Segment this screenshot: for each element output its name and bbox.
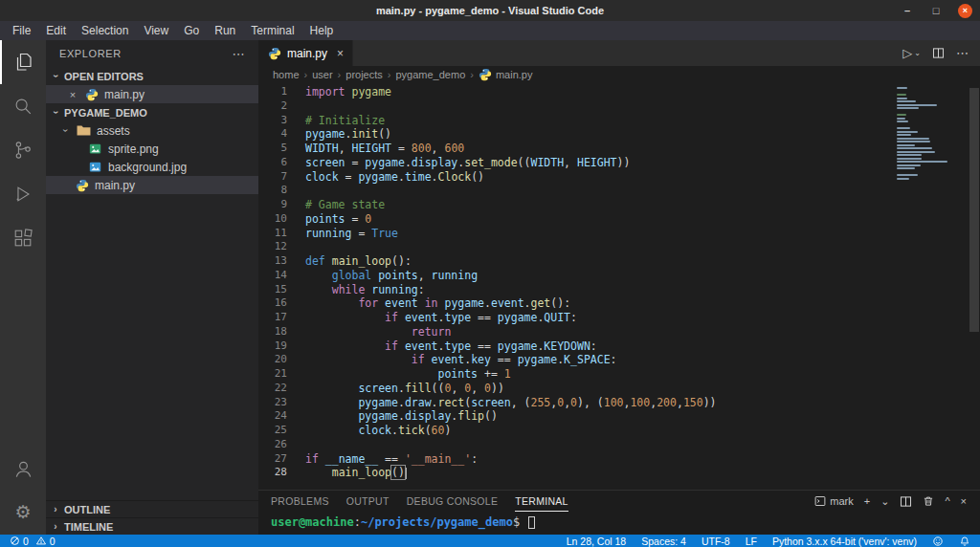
maximize-button[interactable]: □ <box>929 5 943 16</box>
line-number[interactable]: 5 <box>258 142 287 156</box>
tree-item-background.jpg[interactable]: background.jpg <box>46 158 258 176</box>
minimize-button[interactable]: – <box>901 5 914 16</box>
terminal-dropdown-chevron-icon[interactable]: ⌄ <box>880 495 889 508</box>
panel-tab-terminal[interactable]: TERMINAL <box>515 491 568 512</box>
status-item[interactable]: LF <box>746 536 757 547</box>
code-line[interactable]: 26 <box>258 438 980 452</box>
status-item[interactable]: UTF-8 <box>702 536 730 547</box>
code-line[interactable]: 16 for event in pygame.event.get(): <box>258 296 980 311</box>
line-number[interactable]: 8 <box>258 184 287 198</box>
code-line[interactable]: 12 <box>258 240 980 254</box>
line-number[interactable]: 26 <box>258 438 287 452</box>
kill-terminal-button[interactable] <box>923 495 934 507</box>
code-line[interactable]: 14 global points, running <box>258 269 980 283</box>
code-line[interactable]: 11running = True <box>258 227 980 241</box>
line-number[interactable]: 20 <box>258 353 287 367</box>
run-button[interactable]: ▷ ⌄ <box>902 46 921 60</box>
status-item[interactable]: Python 3.x.x 64-bit ('venv': venv) <box>772 536 917 547</box>
problems-indicator[interactable]: 0 0 <box>10 536 56 547</box>
panel-tab-debug-console[interactable]: DEBUG CONSOLE <box>407 491 499 512</box>
code-line[interactable]: 1import pygame <box>258 85 980 99</box>
breadcrumb-item-projects[interactable]: projects <box>345 69 383 80</box>
tab-close-icon[interactable]: × <box>337 47 344 60</box>
line-number[interactable]: 9 <box>258 198 287 212</box>
breadcrumb-item-user[interactable]: user <box>312 69 332 80</box>
settings-icon[interactable]: ⚙ <box>0 491 46 535</box>
status-item[interactable]: Spaces: 4 <box>641 536 686 547</box>
line-number[interactable]: 11 <box>258 227 287 241</box>
line-number[interactable]: 6 <box>258 156 287 170</box>
account-icon[interactable] <box>0 447 46 491</box>
close-icon[interactable]: × <box>67 89 78 100</box>
line-number[interactable]: 14 <box>258 269 287 283</box>
open-editors-section[interactable]: › OPEN EDITORS <box>46 67 258 85</box>
tree-item-sprite.png[interactable]: sprite.png <box>46 140 258 158</box>
editor-more-actions-button[interactable]: ⋯ <box>956 46 969 60</box>
terminal[interactable]: user@machine:~/projects/pygame_demo$ <box>258 512 980 529</box>
project-section[interactable]: › PYGAME_DEMO <box>46 103 258 121</box>
code-line[interactable]: 9# Game state <box>258 198 980 212</box>
breadcrumb-item-pygame_demo[interactable]: pygame_demo <box>395 69 465 80</box>
line-number[interactable]: 15 <box>258 283 287 297</box>
breadcrumb-item-main.py[interactable]: main.py <box>479 68 533 81</box>
code-line[interactable]: 25 clock.tick(60) <box>258 424 980 438</box>
panel-tab-problems[interactable]: PROBLEMS <box>271 491 329 512</box>
code-line[interactable]: 28 main_loop() <box>258 466 980 480</box>
new-terminal-button[interactable]: + <box>864 495 870 507</box>
code-line[interactable]: 2 <box>258 99 980 114</box>
menu-item-view[interactable]: View <box>136 21 176 40</box>
run-debug-icon[interactable] <box>0 172 46 216</box>
editor-scrollbar[interactable] <box>969 88 979 332</box>
notifications-bell-icon[interactable] <box>959 536 970 547</box>
line-number[interactable]: 13 <box>258 254 287 269</box>
line-number[interactable]: 24 <box>258 409 287 424</box>
code-line[interactable]: 17 if event.type == pygame.QUIT: <box>258 311 980 325</box>
code-line[interactable]: 5WIDTH, HEIGHT = 800, 600 <box>258 142 980 156</box>
line-number[interactable]: 4 <box>258 127 287 142</box>
feedback-smiley-icon[interactable] <box>932 536 944 547</box>
code-line[interactable]: 10points = 0 <box>258 212 980 227</box>
line-number[interactable]: 18 <box>258 325 287 339</box>
close-panel-button[interactable]: × <box>961 495 967 507</box>
explorer-icon[interactable] <box>0 40 46 84</box>
tree-item-main.py[interactable]: main.py <box>46 176 258 194</box>
extensions-icon[interactable] <box>0 216 46 260</box>
maximize-panel-chevron-icon[interactable]: ^ <box>945 495 949 507</box>
code-editor[interactable]: 1import pygame23# Initialize4pygame.init… <box>258 83 980 490</box>
source-control-icon[interactable] <box>0 128 46 172</box>
tab-main-py[interactable]: main.py × <box>258 40 353 66</box>
code-line[interactable]: 7clock = pygame.time.Clock() <box>258 170 980 185</box>
code-line[interactable]: 4pygame.init() <box>258 127 980 142</box>
tree-item-assets[interactable]: ›assets <box>46 121 258 140</box>
minimap[interactable] <box>897 87 966 181</box>
line-number[interactable]: 3 <box>258 114 287 128</box>
line-number[interactable]: 1 <box>258 85 287 99</box>
line-number[interactable]: 21 <box>258 367 287 382</box>
menu-item-go[interactable]: Go <box>176 21 207 40</box>
code-line[interactable]: 20 if event.key == pygame.K_SPACE: <box>258 353 980 367</box>
menu-item-file[interactable]: File <box>5 21 38 40</box>
menu-item-terminal[interactable]: Terminal <box>243 21 301 40</box>
code-line[interactable]: 8 <box>258 184 980 198</box>
code-line[interactable]: 24 pygame.display.flip() <box>258 409 980 424</box>
line-number[interactable]: 27 <box>258 452 287 467</box>
search-icon[interactable] <box>0 84 46 128</box>
line-number[interactable]: 22 <box>258 382 287 396</box>
panel-tab-output[interactable]: OUTPUT <box>346 491 390 512</box>
section-timeline[interactable]: ›TIMELINE <box>46 517 258 535</box>
code-line[interactable]: 27if __name__ == '__main__': <box>258 452 980 467</box>
code-line[interactable]: 6screen = pygame.display.set_mode((WIDTH… <box>258 156 980 170</box>
open-editor-main.py[interactable]: ×main.py <box>46 85 258 103</box>
line-number[interactable]: 23 <box>258 396 287 410</box>
code-line[interactable]: 21 points += 1 <box>258 367 980 382</box>
explorer-more-actions-icon[interactable]: ⋯ <box>232 47 245 61</box>
line-number[interactable]: 16 <box>258 296 287 311</box>
line-number[interactable]: 25 <box>258 424 287 438</box>
section-outline[interactable]: ›OUTLINE <box>46 500 258 517</box>
line-number[interactable]: 19 <box>258 339 287 354</box>
line-number[interactable]: 7 <box>258 170 287 185</box>
menu-item-run[interactable]: Run <box>207 21 243 40</box>
terminal-shell-selector[interactable]: mark <box>814 495 853 507</box>
line-number[interactable]: 28 <box>258 466 287 480</box>
menu-item-edit[interactable]: Edit <box>38 21 74 40</box>
